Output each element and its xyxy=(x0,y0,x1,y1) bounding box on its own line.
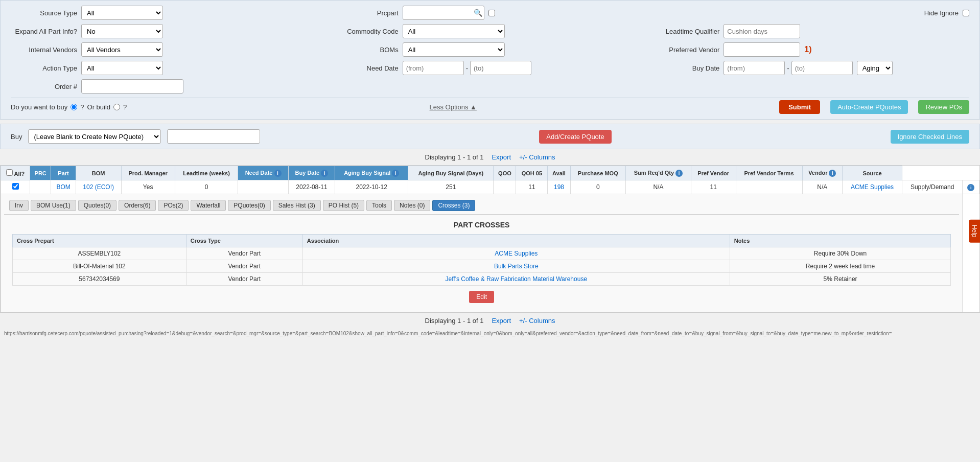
crosses-col-association: Association xyxy=(302,235,730,247)
help-sidebar[interactable]: Help xyxy=(969,220,980,243)
select-all-checkbox[interactable] xyxy=(6,169,13,176)
row-avail: 198 xyxy=(548,180,570,194)
filter-row-2: Expand All Part Info? No Commodity Code … xyxy=(11,24,969,38)
crosses-type-3: Vendor Part xyxy=(186,273,302,286)
row-info-icon[interactable]: i xyxy=(967,184,974,191)
preferred-vendor-group: Preferred Vendor 1) xyxy=(653,42,969,57)
results-header: Displaying 1 - 1 of 1 Export +/- Columns xyxy=(0,153,980,161)
ignore-checked-lines-button[interactable]: Ignore Checked Lines xyxy=(891,130,969,144)
buy-date-info-icon[interactable]: i xyxy=(321,170,328,177)
build-radio[interactable] xyxy=(113,104,120,110)
col-purchase-moq: Purchase MOQ xyxy=(570,166,625,180)
columns-link[interactable]: +/- Columns xyxy=(519,153,555,161)
row-checkbox-cell xyxy=(1,180,30,194)
need-date-to[interactable] xyxy=(470,61,531,75)
tab-pquotes[interactable]: PQuotes(0) xyxy=(228,200,270,211)
main-table-wrapper: All? PRC Part BOM Prod. Manager Leadtime… xyxy=(0,165,980,313)
buy-date-to[interactable] xyxy=(791,61,853,75)
internal-vendors-select[interactable]: All Vendors xyxy=(81,42,163,57)
less-options-button[interactable]: Less Options ▲ xyxy=(430,103,477,111)
source-type-select[interactable]: All xyxy=(81,6,163,20)
prcpart-label: Prcpart xyxy=(332,9,399,17)
add-create-pquote-button[interactable]: Add/Create PQuote xyxy=(539,130,611,144)
prcpart-checkbox[interactable] xyxy=(488,10,495,16)
filter-row-5: Order # xyxy=(11,79,969,94)
boms-select[interactable]: All xyxy=(403,42,505,57)
row-avail-link[interactable]: 198 xyxy=(554,183,564,191)
auto-create-pquotes-button[interactable]: Auto-Create PQuotes xyxy=(830,100,908,114)
submit-button[interactable]: Submit xyxy=(779,100,820,114)
crosses-assoc-link-1[interactable]: ACME Supplies xyxy=(495,250,538,257)
row-part-link[interactable]: BOM xyxy=(56,183,70,191)
order-label: Order # xyxy=(11,83,77,90)
action-type-label: Action Type xyxy=(11,64,77,72)
need-date-separator: - xyxy=(466,64,468,72)
order-input[interactable] xyxy=(81,79,183,94)
row-info-icon-cell: i xyxy=(963,180,979,194)
aging-buy-signal-info-icon[interactable]: i xyxy=(392,170,399,177)
tab-pos[interactable]: POs(2) xyxy=(158,200,189,211)
tab-quotes[interactable]: Quotes(0) xyxy=(78,200,116,211)
tab-po-hist[interactable]: PO Hist (5) xyxy=(323,200,364,211)
tab-waterfall[interactable]: Waterfall xyxy=(191,200,226,211)
buy-date-aging-select[interactable]: Aging xyxy=(857,61,893,75)
prcpart-group: Prcpart BOM102 🔍 xyxy=(332,6,648,20)
vendor-input[interactable]: ACME Supplies xyxy=(167,129,260,144)
boms-label: BOMs xyxy=(332,46,399,54)
col-buy-date: Buy Date i xyxy=(288,166,335,180)
edit-button[interactable]: Edit xyxy=(469,291,494,303)
tab-tools[interactable]: Tools xyxy=(366,200,392,211)
buy-select[interactable]: (Leave Blank to Create New PQuote) xyxy=(28,129,161,144)
export-link[interactable]: Export xyxy=(492,153,511,161)
tab-bom-use[interactable]: BOM Use(1) xyxy=(31,200,76,211)
buy-date-from[interactable] xyxy=(724,61,785,75)
crosses-notes-2: Require 2 week lead time xyxy=(730,260,951,273)
need-date-info-icon[interactable]: i xyxy=(274,170,282,177)
row-checkbox[interactable] xyxy=(12,183,19,190)
sum-reqd-info-icon[interactable]: i xyxy=(675,170,683,177)
expand-all-select[interactable]: No xyxy=(81,24,163,38)
tab-inv[interactable]: Inv xyxy=(9,200,29,211)
row-bom: 102 (ECO!) xyxy=(76,180,121,194)
row-vendor-link[interactable]: ACME Supplies xyxy=(851,183,894,191)
crosses-type-1: Vendor Part xyxy=(186,247,302,260)
crosses-assoc-3: Jeff's Coffee & Raw Fabrication Material… xyxy=(302,273,730,286)
row-pref-vendor-terms xyxy=(736,180,802,194)
row-qoo xyxy=(494,180,516,194)
boms-group: BOMs All xyxy=(332,42,648,57)
prcpart-search-icon[interactable]: 🔍 xyxy=(474,9,482,17)
columns-link-bottom[interactable]: +/- Columns xyxy=(519,317,555,325)
action-type-select[interactable]: All xyxy=(81,61,163,75)
preferred-vendor-input[interactable] xyxy=(724,42,800,57)
export-link-bottom[interactable]: Export xyxy=(492,317,511,325)
tab-sales-hist[interactable]: Sales Hist (3) xyxy=(273,200,321,211)
review-pos-button[interactable]: Review POs xyxy=(918,100,969,114)
commodity-code-select[interactable]: All xyxy=(403,24,505,38)
col-source: Source xyxy=(843,166,902,180)
annotation-1: 1) xyxy=(804,45,811,54)
source-type-label: Source Type xyxy=(11,9,77,17)
buy-radio[interactable] xyxy=(71,104,77,110)
crosses-assoc-link-3[interactable]: Jeff's Coffee & Raw Fabrication Material… xyxy=(446,275,588,283)
crosses-assoc-link-2[interactable]: Bulk Parts Store xyxy=(494,263,539,270)
hide-ignore-checkbox[interactable] xyxy=(963,10,969,16)
need-date-from[interactable] xyxy=(403,61,464,75)
row-detail-cell: Inv BOM Use(1) Quotes(0) Orders(6) POs(2… xyxy=(1,194,963,312)
vendor-info-icon[interactable]: i xyxy=(829,170,836,177)
buy-build-row: Do you want to buy ? Or build ? Less Opt… xyxy=(11,100,969,114)
commodity-code-label: Commodity Code xyxy=(332,28,399,35)
prcpart-input[interactable]: BOM102 xyxy=(403,6,484,20)
crosses-notes-1: Require 30% Down xyxy=(730,247,951,260)
tab-orders[interactable]: Orders(6) xyxy=(119,200,156,211)
tab-notes[interactable]: Notes (0) xyxy=(394,200,430,211)
col-all-check: All? xyxy=(1,166,30,180)
expand-all-label: Expand All Part Info? xyxy=(11,28,77,35)
tab-bar: Inv BOM Use(1) Quotes(0) Orders(6) POs(2… xyxy=(4,197,959,215)
tab-crosses[interactable]: Crosses (3) xyxy=(432,200,475,211)
leadtime-qualifier-input[interactable] xyxy=(724,24,800,38)
filter-row-3: Internal Vendors All Vendors BOMs All Pr… xyxy=(11,42,969,57)
buy-date-label: Buy Date xyxy=(653,64,719,72)
crosses-assoc-2: Bulk Parts Store xyxy=(302,260,730,273)
preferred-vendor-label: Preferred Vendor xyxy=(653,46,719,54)
row-bom-link[interactable]: 102 (ECO!) xyxy=(83,183,114,191)
